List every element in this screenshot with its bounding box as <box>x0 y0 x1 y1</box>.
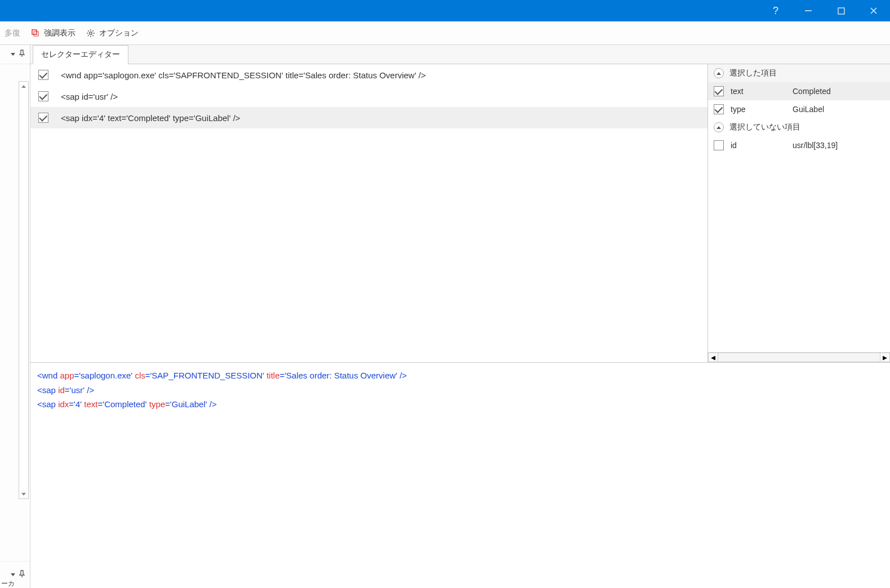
selector-checkbox[interactable] <box>38 113 48 123</box>
svg-line-10 <box>92 35 94 36</box>
scroll-left-icon[interactable]: ◂ <box>708 353 718 362</box>
gutter-dropdown2-icon[interactable] <box>11 573 15 576</box>
side-horizontal-scrollbar[interactable]: ◂ ▸ <box>708 352 890 362</box>
tabstrip: セレクターエディター <box>30 45 890 64</box>
repair-label: 多復 <box>5 28 20 38</box>
left-gutter: ーカ <box>0 45 30 588</box>
options-button[interactable]: オプション <box>82 26 142 41</box>
attribute-checkbox[interactable] <box>714 86 724 96</box>
pin-icon[interactable] <box>19 50 25 60</box>
xml-line: <sap id='usr' /> <box>37 383 883 398</box>
attribute-name: text <box>731 87 793 96</box>
selected-items-header[interactable]: 選択した項目 <box>708 64 890 82</box>
toolbar: 多復 強調表示 オプション <box>0 21 890 45</box>
selector-list: <wnd app='saplogon.exe' cls='SAPFRONTEND… <box>30 64 707 362</box>
selected-items-label: 選択した項目 <box>729 68 777 78</box>
attribute-name: id <box>731 141 793 150</box>
attribute-value: GuiLabel <box>793 105 884 114</box>
unselected-items-header[interactable]: 選択していない項目 <box>708 118 890 136</box>
selector-text: <sap id='usr' /> <box>61 92 118 101</box>
svg-line-9 <box>88 30 89 32</box>
selector-checkbox[interactable] <box>38 70 48 80</box>
attribute-checkbox[interactable] <box>714 140 724 150</box>
attribute-value: usr/lbl[33,19] <box>793 141 884 150</box>
selector-text: <sap idx='4' text='Completed' type='GuiL… <box>61 113 241 123</box>
help-button[interactable]: ? <box>759 0 792 21</box>
selector-row[interactable]: <sap idx='4' text='Completed' type='GuiL… <box>30 107 707 128</box>
selector-checkbox[interactable] <box>38 91 48 101</box>
svg-line-11 <box>92 30 94 32</box>
highlight-button[interactable]: 強調表示 <box>27 26 79 41</box>
svg-line-12 <box>88 35 89 36</box>
close-button[interactable] <box>857 0 890 21</box>
xml-preview-pane[interactable]: <wnd app='saplogon.exe' cls='SAP_FRONTEN… <box>30 363 890 588</box>
svg-point-4 <box>90 32 92 34</box>
gear-icon <box>86 28 96 38</box>
selector-text: <wnd app='saplogon.exe' cls='SAPFRONTEND… <box>61 70 426 80</box>
gutter-dropdown-icon[interactable] <box>11 53 15 56</box>
attribute-row[interactable]: idusr/lbl[33,19] <box>708 136 890 154</box>
tab-selector-editor[interactable]: セレクターエディター <box>33 45 128 64</box>
attribute-value: Completed <box>793 87 884 96</box>
selector-row[interactable]: <wnd app='saplogon.exe' cls='SAPFRONTEND… <box>30 64 707 86</box>
selector-row[interactable]: <sap id='usr' /> <box>30 86 707 107</box>
maximize-button[interactable] <box>825 0 857 21</box>
gutter-scrollbar[interactable] <box>19 81 29 499</box>
tab-label: セレクターエディター <box>41 50 120 59</box>
titlebar: ? <box>0 0 890 21</box>
attribute-row[interactable]: typeGuiLabel <box>708 100 890 118</box>
xml-line: <wnd app='saplogon.exe' cls='SAP_FRONTEN… <box>37 368 883 383</box>
unselected-items-label: 選択していない項目 <box>729 122 800 132</box>
attributes-pane: 選択した項目 textCompletedtypeGuiLabel 選択していない… <box>707 64 890 362</box>
gutter-bottom-label: ーカ <box>1 579 15 588</box>
highlight-icon <box>30 28 41 38</box>
attribute-checkbox[interactable] <box>714 104 724 114</box>
minimize-button[interactable] <box>792 0 825 21</box>
scroll-right-icon[interactable]: ▸ <box>880 353 890 362</box>
svg-rect-1 <box>838 8 844 14</box>
options-label: オプション <box>99 28 139 38</box>
highlight-label: 強調表示 <box>44 28 75 38</box>
attribute-name: type <box>731 105 793 114</box>
repair-button[interactable]: 多復 <box>1 26 24 41</box>
collapse-icon <box>714 122 724 132</box>
attribute-row[interactable]: textCompleted <box>708 82 890 100</box>
pin2-icon[interactable] <box>19 570 25 580</box>
collapse-icon <box>714 68 724 78</box>
xml-line: <sap idx='4' text='Completed' type='GuiL… <box>37 397 883 412</box>
